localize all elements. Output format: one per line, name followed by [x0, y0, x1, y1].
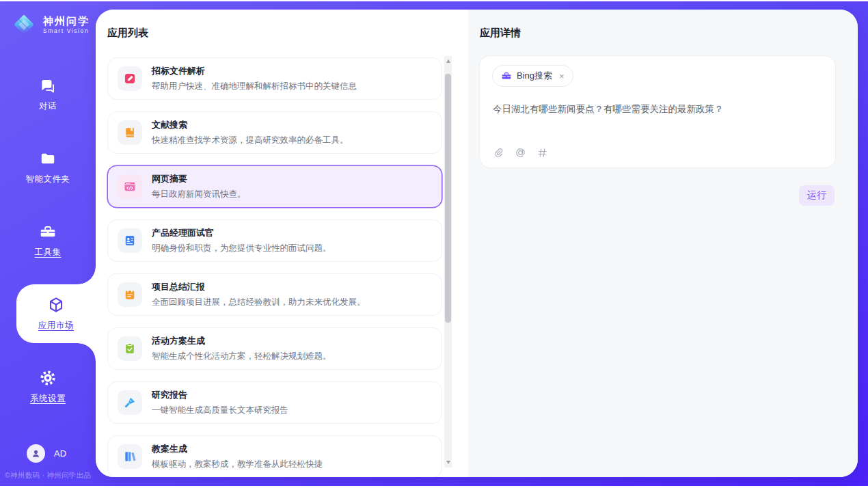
brand-logo-row: 神州问学 Smart Vision [0, 1, 96, 38]
app-list-pane: 应用列表 招标文件解析 帮助用户快速、准确地理解和解析招标书中的关键信息 文献搜… [96, 10, 468, 477]
ink-pen-icon [118, 390, 142, 415]
app-card[interactable]: 网页摘要 每日政府新闻资讯快查。 [107, 165, 442, 208]
app-card-title: 网页摘要 [152, 173, 246, 185]
app-card-list: 招标文件解析 帮助用户快速、准确地理解和解析招标书中的关键信息 文献搜索 快速精… [107, 57, 442, 477]
sidebar-item-chat[interactable]: 对话 [0, 65, 96, 124]
folder-icon [39, 150, 57, 167]
app-card-description: 一键智能生成高质量长文本研究报告 [152, 405, 288, 416]
app-card-description: 帮助用户快速、准确地理解和解析招标书中的关键信息 [152, 81, 357, 92]
app-card-description: 明确身份和职责，为您提供专业性的面试问题。 [152, 243, 331, 254]
prompt-text-input[interactable]: 今日湖北有哪些新闻要点？有哪些需要关注的最新政策？ [493, 103, 822, 116]
app-card[interactable]: 文献搜索 快速精准查找学术资源，提高研究效率的必备工具。 [107, 111, 442, 154]
app-card[interactable]: 活动方案生成 智能生成个性化活动方案，轻松解决规划难题。 [107, 327, 442, 370]
tool-tag-remove-icon[interactable]: × [559, 72, 565, 81]
book-icon [118, 120, 142, 145]
clipboard-check-icon [118, 336, 142, 361]
app-card-description: 模板驱动，教案秒成，教学准备从此轻松快捷 [152, 459, 323, 470]
app-card[interactable]: 项目总结汇报 全面回顾项目进展，总结经验教训，助力未来优化发展。 [107, 273, 442, 316]
app-card-title: 招标文件解析 [152, 65, 357, 77]
brand-name: 神州问学 [43, 15, 90, 28]
sidebar-nav: 对话 智能文件夹 工具集 应用市场 系统设置 [0, 65, 96, 431]
sidebar-item-folders[interactable]: 智能文件夹 [0, 138, 96, 197]
app-window: 应用列表 招标文件解析 帮助用户快速、准确地理解和解析招标书中的关键信息 文献搜… [0, 0, 868, 488]
brand-subtitle: Smart Vision [43, 27, 90, 34]
scroll-down-arrow-icon[interactable] [444, 459, 452, 466]
briefcase-icon [501, 70, 512, 81]
scroll-up-arrow-icon[interactable] [444, 57, 452, 65]
app-detail-pane: 应用详情 Bing搜索 × 今日湖北有哪些新闻要点？有哪些需要关注的最新政策？ … [468, 10, 858, 477]
app-card-title: 活动方案生成 [152, 335, 331, 347]
app-card-title: 教案生成 [152, 443, 323, 455]
app-card-title: 文献搜索 [152, 119, 349, 131]
brand-diamond-icon [11, 12, 37, 38]
browser-code-icon [118, 174, 142, 199]
app-list-title: 应用列表 [107, 27, 148, 40]
hash-icon[interactable] [537, 147, 548, 159]
app-card-title: 产品经理面试官 [152, 227, 331, 239]
app-card-description: 每日政府新闻资讯快查。 [152, 189, 246, 200]
tool-tag-label: Bing搜索 [517, 70, 552, 82]
app-card[interactable]: 招标文件解析 帮助用户快速、准确地理解和解析招标书中的关键信息 [107, 57, 442, 100]
books-icon [118, 444, 142, 469]
run-button[interactable]: 运行 [799, 185, 835, 206]
main-panel: 应用列表 招标文件解析 帮助用户快速、准确地理解和解析招标书中的关键信息 文献搜… [96, 10, 858, 477]
sidebar-item-settings[interactable]: 系统设置 [0, 357, 96, 416]
notepad-icon [118, 282, 142, 307]
person-icon [30, 448, 42, 459]
app-detail-title: 应用详情 [480, 27, 521, 40]
gear-icon [39, 369, 57, 387]
mention-icon[interactable] [515, 147, 526, 159]
edit-document-icon [118, 66, 142, 91]
avatar[interactable] [27, 444, 45, 463]
sidebar-item-market[interactable]: 应用市场 [16, 284, 96, 343]
paperclip-icon[interactable] [493, 147, 504, 159]
copyright-footer: ©神州数码 · 神州问学出品 [5, 471, 91, 480]
user-row[interactable]: AD [27, 444, 66, 463]
app-card-title: 项目总结汇报 [152, 281, 366, 293]
sidebar: 神州问学 Smart Vision 对话 智能文件夹 工具集 应用市场 系统设置… [0, 1, 96, 486]
chat-icon [39, 77, 57, 94]
app-card-description: 智能生成个性化活动方案，轻松解决规划难题。 [152, 351, 331, 362]
prompt-toolbar [493, 147, 548, 159]
cube-icon [47, 296, 65, 314]
app-card-title: 研究报告 [152, 389, 288, 401]
app-card[interactable]: 研究报告 一键智能生成高质量长文本研究报告 [107, 381, 442, 424]
toolbox-icon [39, 223, 57, 241]
brand-text: 神州问学 Smart Vision [43, 15, 90, 35]
prompt-card: Bing搜索 × 今日湖北有哪些新闻要点？有哪些需要关注的最新政策？ [479, 55, 836, 168]
app-card[interactable]: 教案生成 模板驱动，教案秒成，教学准备从此轻松快捷 [107, 435, 442, 477]
app-card-description: 快速精准查找学术资源，提高研究效率的必备工具。 [152, 135, 349, 146]
interview-icon [118, 228, 142, 253]
sidebar-item-tools[interactable]: 工具集 [0, 211, 96, 270]
app-card-description: 全面回顾项目进展，总结经验教训，助力未来优化发展。 [152, 297, 366, 308]
user-initials: AD [54, 448, 66, 459]
tool-tag-bing-search[interactable]: Bing搜索 × [492, 65, 573, 87]
app-list-scrollbar[interactable] [444, 56, 452, 467]
scrollbar-thumb[interactable] [445, 74, 451, 323]
app-card[interactable]: 产品经理面试官 明确身份和职责，为您提供专业性的面试问题。 [107, 219, 442, 262]
